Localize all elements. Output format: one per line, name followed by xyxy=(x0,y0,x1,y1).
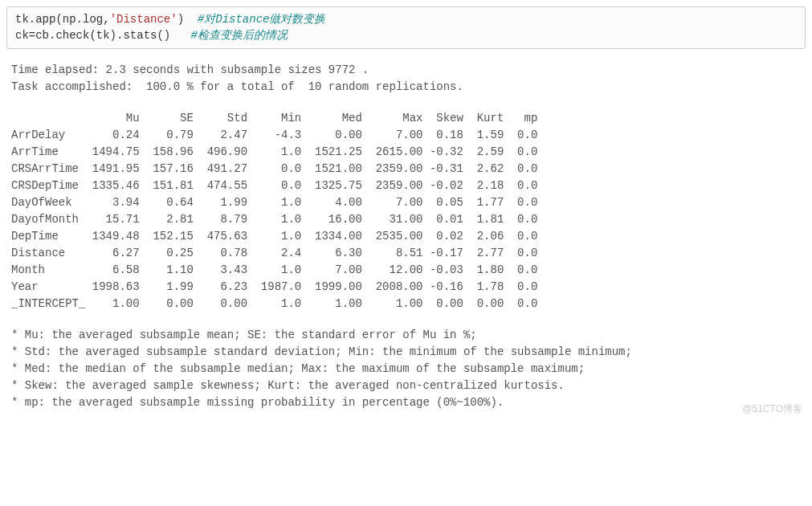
table-row: _INTERCEPT_ 1.00 0.00 0.00 1.0 1.00 1.00… xyxy=(11,296,801,312)
table-row: DayOfWeek 3.94 0.64 1.99 1.0 4.00 7.00 0… xyxy=(11,194,801,211)
table-row: CRSArrTime 1491.95 157.16 491.27 0.0 152… xyxy=(11,161,801,178)
note-line: * Skew: the averaged sample skewness; Ku… xyxy=(11,377,801,394)
code-text: ck=cb.check(tk).stats() xyxy=(15,29,190,42)
table-row: DayofMonth 15.71 2.81 8.79 1.0 16.00 31.… xyxy=(11,211,801,228)
note-line: * Med: the median of the subsample media… xyxy=(11,361,801,377)
code-block: tk.app(np.log,'Distance') #对Distance做对数变… xyxy=(6,6,806,49)
notes-block: * Mu: the averaged subsample mean; SE: t… xyxy=(11,327,801,411)
table-row: ArrTime 1494.75 158.96 496.90 1.0 1521.2… xyxy=(11,144,801,161)
table-header: Mu SE Std Min Med Max Skew Kurt mp xyxy=(11,110,801,127)
note-line: * Std: the averaged subsample standard d… xyxy=(11,344,801,361)
watermark: @51CTO博客 xyxy=(742,402,802,416)
output-line-task: Task accomplished: 100.0 % for a total o… xyxy=(11,79,801,96)
code-string: 'Distance' xyxy=(110,13,177,26)
output-block: Time elapsed: 2.3 seconds with subsample… xyxy=(0,59,812,422)
note-line: * mp: the averaged subsample missing pro… xyxy=(11,394,801,411)
output-line-time: Time elapsed: 2.3 seconds with subsample… xyxy=(11,62,801,79)
table-row: Month 6.58 1.10 3.43 1.0 7.00 12.00 -0.0… xyxy=(11,262,801,279)
stats-table: Mu SE Std Min Med Max Skew Kurt mp ArrDe… xyxy=(11,110,801,312)
table-row: DepTime 1349.48 152.15 475.63 1.0 1334.0… xyxy=(11,228,801,245)
code-line-1: tk.app(np.log,'Distance') #对Distance做对数变… xyxy=(15,12,797,28)
table-row: CRSDepTime 1335.46 151.81 474.55 0.0 132… xyxy=(11,178,801,194)
table-row: Year 1998.63 1.99 6.23 1987.0 1999.00 20… xyxy=(11,279,801,296)
code-comment: #对Distance做对数变换 xyxy=(198,13,326,26)
table-row: ArrDelay 0.24 0.79 2.47 -4.3 0.00 7.00 0… xyxy=(11,127,801,144)
table-row: Distance 6.27 0.25 0.78 2.4 6.30 8.51 -0… xyxy=(11,245,801,262)
code-comment: #检查变换后的情况 xyxy=(190,29,287,42)
code-line-2: ck=cb.check(tk).stats() #检查变换后的情况 xyxy=(15,28,797,44)
code-text: ) xyxy=(177,13,198,26)
note-line: * Mu: the averaged subsample mean; SE: t… xyxy=(11,327,801,344)
code-text: tk.app(np.log, xyxy=(15,13,110,26)
